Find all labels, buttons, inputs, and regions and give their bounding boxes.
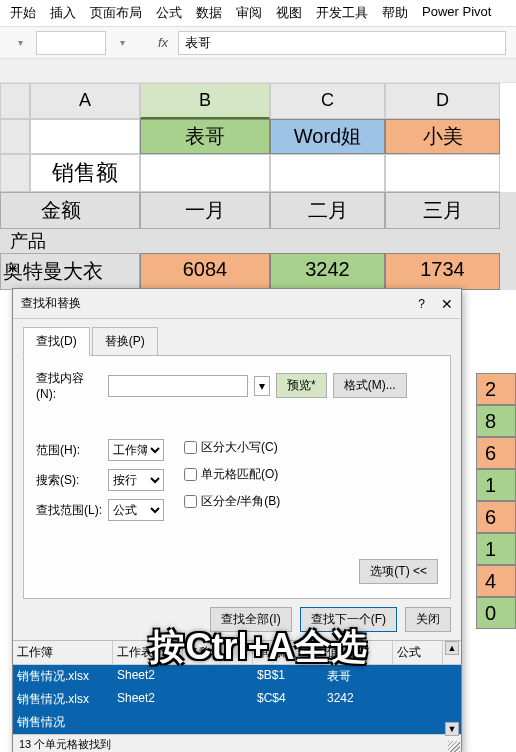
- name-box[interactable]: [36, 31, 106, 55]
- dialog-title: 查找和替换: [21, 295, 81, 312]
- data-cell[interactable]: 2: [476, 373, 516, 405]
- col-workbook[interactable]: 工作簿: [13, 641, 113, 664]
- data-cell[interactable]: 6084: [140, 253, 270, 290]
- data-cell[interactable]: 1: [476, 533, 516, 565]
- tab-help[interactable]: 帮助: [382, 4, 408, 22]
- tab-view[interactable]: 视图: [276, 4, 302, 22]
- tab-find[interactable]: 查找(D): [23, 327, 90, 356]
- tab-insert[interactable]: 插入: [50, 4, 76, 22]
- preview-button[interactable]: 预览*: [276, 373, 327, 398]
- col-header-c[interactable]: C: [270, 83, 385, 119]
- lookin-label: 查找范围(L):: [36, 502, 102, 519]
- options-button[interactable]: 选项(T) <<: [359, 559, 438, 584]
- tab-dev[interactable]: 开发工具: [316, 4, 368, 22]
- cell-b1[interactable]: 表哥: [140, 119, 270, 154]
- data-cell[interactable]: 0: [476, 597, 516, 629]
- select-all-corner[interactable]: [0, 83, 30, 119]
- fx-icon[interactable]: fx: [158, 35, 168, 50]
- scroll-up-icon[interactable]: ▲: [445, 641, 459, 655]
- tab-powerpivot[interactable]: Power Pivot: [422, 4, 491, 22]
- data-table: 金额 一月 二月 三月 产品 奥特曼大衣 6084 3242 1734: [0, 192, 516, 290]
- tab-formulas[interactable]: 公式: [156, 4, 182, 22]
- cell[interactable]: [30, 119, 140, 154]
- row-header[interactable]: [0, 119, 30, 154]
- data-cell[interactable]: 6: [476, 501, 516, 533]
- month-jan: 一月: [140, 192, 270, 229]
- toolbar-dropdown-icon[interactable]: ▾: [10, 33, 30, 53]
- find-input[interactable]: [108, 375, 248, 397]
- col-header-b[interactable]: B: [140, 83, 270, 119]
- scope-select[interactable]: 工作簿: [108, 439, 164, 461]
- worksheet: A B C D 表哥 Word姐 小美 销售额 金额 一月 二月 三月 产品 奥…: [0, 83, 516, 290]
- product-label: 产品: [0, 229, 516, 253]
- data-cell[interactable]: 1: [476, 469, 516, 501]
- amount-label: 金额: [0, 192, 140, 229]
- lookin-select[interactable]: 公式: [108, 499, 164, 521]
- tab-home[interactable]: 开始: [10, 4, 36, 22]
- close-button[interactable]: 关闭: [405, 607, 451, 632]
- cell-d1[interactable]: 小美: [385, 119, 500, 154]
- close-icon[interactable]: ✕: [441, 296, 453, 312]
- cell[interactable]: [140, 154, 270, 192]
- formula-bar-row: ▾ ▾ fx 表哥: [0, 27, 516, 59]
- month-mar: 三月: [385, 192, 500, 229]
- data-cell[interactable]: 8: [476, 405, 516, 437]
- col-header-d[interactable]: D: [385, 83, 500, 119]
- result-row[interactable]: 销售情况.xlsxSheet2$C$43242: [13, 688, 461, 711]
- dialog-titlebar[interactable]: 查找和替换 ? ✕: [13, 289, 461, 319]
- namebox-dropdown-icon[interactable]: ▾: [112, 33, 132, 53]
- match-case-check[interactable]: 区分大小写(C): [184, 439, 280, 456]
- cell-c1[interactable]: Word姐: [270, 119, 385, 154]
- product-name[interactable]: 奥特曼大衣: [0, 253, 140, 290]
- partial-column: 2 8 6 1 6 1 4 0: [476, 373, 516, 629]
- find-replace-dialog: 查找和替换 ? ✕ 查找(D) 替换(P) 查找内容(N): ▾ 预览* 格式(…: [12, 288, 462, 752]
- col-header-a[interactable]: A: [30, 83, 140, 119]
- scroll-down-icon[interactable]: ▼: [445, 722, 459, 736]
- match-cell-check[interactable]: 单元格匹配(O): [184, 466, 280, 483]
- ribbon-spacer: [0, 59, 516, 83]
- data-cell[interactable]: 1734: [385, 253, 500, 290]
- find-label: 查找内容(N):: [36, 370, 102, 401]
- tab-replace[interactable]: 替换(P): [92, 327, 158, 356]
- data-cell[interactable]: 3242: [270, 253, 385, 290]
- scope-label: 范围(H):: [36, 442, 102, 459]
- col-formula[interactable]: 公式: [393, 641, 443, 664]
- formula-bar[interactable]: 表哥: [178, 31, 506, 55]
- cell[interactable]: [385, 154, 500, 192]
- tab-review[interactable]: 审阅: [236, 4, 262, 22]
- cell-sales-label[interactable]: 销售额: [30, 154, 140, 192]
- resize-grip-icon[interactable]: [448, 741, 460, 752]
- ribbon-tabs: 开始 插入 页面布局 公式 数据 审阅 视图 开发工具 帮助 Power Piv…: [0, 0, 516, 27]
- search-select[interactable]: 按行: [108, 469, 164, 491]
- data-cell[interactable]: 4: [476, 565, 516, 597]
- result-row[interactable]: 销售情况: [13, 711, 461, 734]
- row-header[interactable]: [0, 154, 30, 192]
- month-feb: 二月: [270, 192, 385, 229]
- help-icon[interactable]: ?: [418, 297, 425, 311]
- tab-data[interactable]: 数据: [196, 4, 222, 22]
- format-button[interactable]: 格式(M)...: [333, 373, 407, 398]
- overlay-caption: 按Ctrl+A全选: [149, 623, 366, 672]
- cell[interactable]: [270, 154, 385, 192]
- match-width-check[interactable]: 区分全/半角(B): [184, 493, 280, 510]
- dropdown-icon[interactable]: ▾: [254, 376, 270, 396]
- search-label: 搜索(S):: [36, 472, 102, 489]
- data-cell[interactable]: 6: [476, 437, 516, 469]
- results-status: 13 个单元格被找到: [13, 734, 461, 752]
- tab-layout[interactable]: 页面布局: [90, 4, 142, 22]
